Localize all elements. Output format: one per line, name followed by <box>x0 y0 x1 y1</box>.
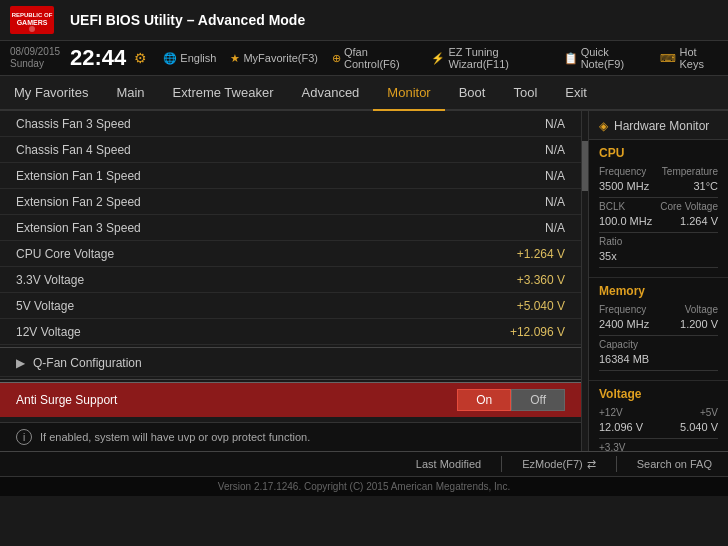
hw-volt-12v-val: 12.096 V 5.040 V <box>599 421 718 435</box>
hw-section-cpu-title: CPU <box>599 146 718 160</box>
clock-date: 08/09/2015 Sunday <box>10 46 60 70</box>
table-row: 5V Voltage +5.040 V <box>0 293 581 319</box>
hw-mem-freq-val: 2400 MHz 1.200 V <box>599 318 718 332</box>
nav-item-exit[interactable]: Exit <box>551 76 601 109</box>
toggle-buttons: On Off <box>457 389 565 411</box>
qfan-icon: ⊕ <box>332 52 341 65</box>
table-row: CPU Core Voltage +1.264 V <box>0 241 581 267</box>
hw-monitor-sidebar: ◈ Hardware Monitor CPU Frequency Tempera… <box>588 111 728 451</box>
logo-area: REPUBLIC OF GAMERS <box>10 6 54 34</box>
hw-section-voltage-title: Voltage <box>599 387 718 401</box>
svg-text:REPUBLIC OF: REPUBLIC OF <box>12 12 53 18</box>
clock-bar: 08/09/2015 Sunday 22:44 ⚙ 🌐 English ★ My… <box>0 41 728 76</box>
toggle-on-button[interactable]: On <box>457 389 511 411</box>
qfan-config-row[interactable]: ▶ Q-Fan Configuration <box>0 350 581 377</box>
clock-bar-myfavorite[interactable]: ★ MyFavorite(F3) <box>230 52 318 65</box>
anti-surge-label: Anti Surge Support <box>16 393 457 407</box>
clock-bar-qfan[interactable]: ⊕ Qfan Control(F6) <box>332 46 417 70</box>
footer-ez-mode[interactable]: EzMode(F7) ⇄ <box>522 458 596 471</box>
nav-item-my-favorites[interactable]: My Favorites <box>0 76 102 109</box>
header-title: UEFI BIOS Utility – Advanced Mode <box>70 12 305 28</box>
hw-cpu-ratio-val: 35x <box>599 250 718 264</box>
hw-mem-freq-label: Frequency Voltage <box>599 304 718 315</box>
anti-surge-row: Anti Surge Support On Off <box>0 382 581 417</box>
info-bar: i If enabled, system will have uvp or ov… <box>0 422 581 451</box>
table-row: 3.3V Voltage +3.360 V <box>0 267 581 293</box>
table-row: Chassis Fan 4 Speed N/A <box>0 137 581 163</box>
footer-last-modified[interactable]: Last Modified <box>416 458 481 470</box>
table-row: Extension Fan 2 Speed N/A <box>0 189 581 215</box>
language-icon: 🌐 <box>163 52 177 65</box>
version-bar: Version 2.17.1246. Copyright (C) 2015 Am… <box>0 476 728 496</box>
hw-cpu-freq-val: 3500 MHz 31°C <box>599 180 718 194</box>
toggle-off-button[interactable]: Off <box>511 389 565 411</box>
table-rows: Chassis Fan 3 Speed N/A Chassis Fan 4 Sp… <box>0 111 581 422</box>
qfan-config-label: Q-Fan Configuration <box>33 356 142 370</box>
hotkeys-icon: ⌨ <box>660 52 676 65</box>
footer-sep1 <box>501 456 502 472</box>
ez-mode-icon: ⇄ <box>587 458 596 471</box>
hw-monitor-icon: ◈ <box>599 119 608 133</box>
clock-bar-items: 🌐 English ★ MyFavorite(F3) ⊕ Qfan Contro… <box>163 46 718 70</box>
quicknote-icon: 📋 <box>564 52 578 65</box>
clock-section: 08/09/2015 Sunday 22:44 ⚙ <box>10 45 147 71</box>
hw-cpu-ratio-label: Ratio <box>599 236 718 247</box>
hw-cpu-bclk-label: BCLK Core Voltage <box>599 201 718 212</box>
info-icon: i <box>16 429 32 445</box>
clock-bar-language[interactable]: 🌐 English <box>163 52 216 65</box>
rog-logo: REPUBLIC OF GAMERS <box>10 6 54 34</box>
footer-sep2 <box>616 456 617 472</box>
clock-time: 22:44 <box>70 45 126 71</box>
nav-item-extreme-tweaker[interactable]: Extreme Tweaker <box>159 76 288 109</box>
scrollbar-thumb[interactable] <box>582 141 588 191</box>
nav-item-boot[interactable]: Boot <box>445 76 500 109</box>
ez-tuning-icon: ⚡ <box>431 52 445 65</box>
nav-item-tool[interactable]: Tool <box>499 76 551 109</box>
table-row: 12V Voltage +12.096 V <box>0 319 581 345</box>
clock-gear-icon: ⚙ <box>134 50 147 66</box>
table-row: Extension Fan 3 Speed N/A <box>0 215 581 241</box>
header: REPUBLIC OF GAMERS UEFI BIOS Utility – A… <box>0 0 728 41</box>
scrollbar-track[interactable] <box>581 111 588 451</box>
table-row: Extension Fan 1 Speed N/A <box>0 163 581 189</box>
nav-bar: My Favorites Main Extreme Tweaker Advanc… <box>0 76 728 111</box>
footer-search[interactable]: Search on FAQ <box>637 458 712 470</box>
hw-monitor-title: ◈ Hardware Monitor <box>589 111 728 140</box>
svg-point-3 <box>29 26 35 32</box>
hw-volt-12v-label: +12V +5V <box>599 407 718 418</box>
hw-section-memory-title: Memory <box>599 284 718 298</box>
clock-bar-quicknote[interactable]: 📋 Quick Note(F9) <box>564 46 647 70</box>
content-area: Chassis Fan 3 Speed N/A Chassis Fan 4 Sp… <box>0 111 581 451</box>
nav-item-advanced[interactable]: Advanced <box>288 76 374 109</box>
expand-arrow-icon: ▶ <box>16 356 25 370</box>
hw-section-cpu: CPU Frequency Temperature 3500 MHz 31°C … <box>589 140 728 278</box>
table-row: Chassis Fan 3 Speed N/A <box>0 111 581 137</box>
hw-cpu-bclk-val: 100.0 MHz 1.264 V <box>599 215 718 229</box>
nav-item-monitor[interactable]: Monitor <box>373 76 444 111</box>
clock-bar-hotkeys[interactable]: ⌨ Hot Keys <box>660 46 718 70</box>
hw-section-memory: Memory Frequency Voltage 2400 MHz 1.200 … <box>589 278 728 381</box>
footer: Last Modified EzMode(F7) ⇄ Search on FAQ <box>0 451 728 476</box>
info-text: If enabled, system will have uvp or ovp … <box>40 431 310 443</box>
svg-text:GAMERS: GAMERS <box>17 19 48 26</box>
hw-mem-cap-label: Capacity <box>599 339 718 350</box>
hw-mem-cap-val: 16384 MB <box>599 353 718 367</box>
nav-item-main[interactable]: Main <box>102 76 158 109</box>
favorite-icon: ★ <box>230 52 240 65</box>
hw-volt-33v-label: +3.3V <box>599 442 718 451</box>
clock-bar-eztuning[interactable]: ⚡ EZ Tuning Wizard(F11) <box>431 46 549 70</box>
main-layout: Chassis Fan 3 Speed N/A Chassis Fan 4 Sp… <box>0 111 728 451</box>
hw-cpu-freq-label: Frequency Temperature <box>599 166 718 177</box>
hw-section-voltage: Voltage +12V +5V 12.096 V 5.040 V +3.3V … <box>589 381 728 451</box>
